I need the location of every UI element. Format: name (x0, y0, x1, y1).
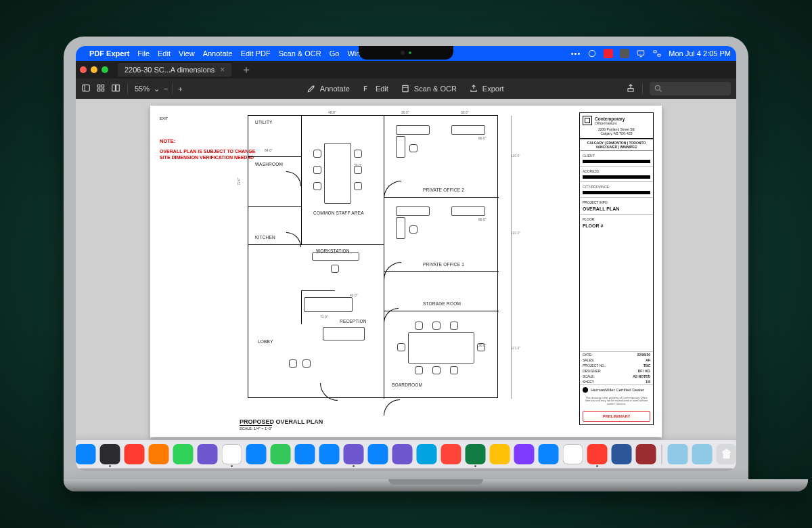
dock-app-icon[interactable] (125, 444, 145, 464)
annotate-button[interactable]: Annotate (304, 83, 353, 95)
dock-folder-icon[interactable] (668, 444, 688, 464)
menubar-item[interactable]: File (137, 49, 150, 58)
dock-app-icon[interactable] (441, 444, 461, 464)
dimension: 30.0" (461, 110, 469, 114)
company-subname: Office Interiors (595, 121, 625, 125)
dock-app-icon[interactable] (636, 444, 656, 464)
dock-app-icon[interactable] (490, 444, 510, 464)
company-cities: CALGARY | EDMONTON | TORONTO VANCOUVER |… (580, 139, 653, 151)
dock-app-icon[interactable] (222, 444, 242, 464)
room-label: UTILITY (255, 120, 273, 125)
new-tab-button[interactable]: ＋ (237, 63, 256, 77)
company-logo-icon (583, 116, 592, 125)
dock-app-icon[interactable] (587, 444, 608, 464)
menubar-item[interactable]: Edit (158, 49, 171, 58)
edit-button[interactable]: Edit (359, 83, 391, 95)
control-center-icon[interactable] (652, 49, 662, 58)
menubar-item[interactable]: View (179, 49, 195, 58)
svg-rect-12 (403, 85, 408, 91)
dock-app-icon[interactable] (368, 444, 388, 464)
dock-app-icon[interactable] (198, 444, 218, 464)
dimension: 36.0" (354, 163, 362, 167)
menubar-tray-icon[interactable] (620, 49, 629, 58)
date-value: 22/06/30 (637, 353, 650, 357)
dock-app-icon[interactable] (344, 444, 364, 464)
share-icon[interactable] (626, 83, 635, 94)
plan-scale-note: SCALE: 1/4" = 1'-0" (240, 425, 272, 431)
zoom-level[interactable]: 55% (135, 85, 150, 93)
svg-rect-13 (628, 89, 633, 92)
company-address-2: Calgary, AB T2G 4Z8 (583, 131, 650, 135)
menubar-item[interactable]: Go (330, 49, 340, 58)
document-tab[interactable]: 2206-30 SC...A dimensions × (118, 63, 231, 76)
dock-app-icon[interactable] (76, 444, 96, 464)
window-fullscreen-button[interactable] (102, 66, 108, 73)
room-label: LOBBY (258, 339, 273, 344)
split-view-icon[interactable] (111, 83, 120, 94)
dimension: 30.0" (401, 110, 409, 114)
laptop-frame: PDF Expert File Edit View Annotate Edit … (64, 37, 748, 491)
svg-rect-1 (638, 51, 644, 55)
project-info-label: PROJECT INFO: (583, 200, 650, 204)
menubar-item[interactable]: Edit PDF (241, 49, 271, 58)
svg-rect-9 (112, 85, 116, 91)
menubar-item[interactable]: Annotate (203, 49, 233, 58)
dock-app-icon[interactable] (295, 444, 315, 464)
scale-label: SCALE: (583, 374, 595, 378)
document-canvas[interactable]: Contemporary Office Interiors 2206 Portl… (76, 99, 736, 471)
svg-rect-5 (97, 85, 100, 87)
dock-app-icon[interactable] (417, 444, 437, 464)
dock-app-icon[interactable] (563, 444, 583, 464)
thumbnails-icon[interactable] (96, 83, 106, 94)
annotate-label: Annotate (320, 85, 350, 93)
tab-close-icon[interactable]: × (220, 65, 225, 74)
cityprov-label: CITY/PROVINCE: (583, 185, 650, 189)
room-label: COMMON STAFF AREA (313, 211, 364, 215)
trash-icon[interactable]: 🗑 (717, 444, 737, 464)
window-minimize-button[interactable] (91, 66, 97, 73)
dock-app-icon[interactable] (392, 444, 413, 464)
menubar-status-icon[interactable] (587, 49, 597, 58)
dock-app-icon[interactable] (514, 444, 535, 464)
room-label: PRIVATE OFFICE 1 (423, 262, 464, 267)
svg-rect-3 (658, 54, 661, 56)
dock-app-icon[interactable] (612, 444, 632, 464)
search-input[interactable] (650, 82, 731, 95)
dock-app-icon[interactable] (466, 444, 486, 464)
dock-folder-icon[interactable] (692, 444, 713, 464)
dock-app-icon[interactable] (246, 444, 267, 464)
plan-title: PROPOSED OVERALL PLAN (240, 418, 323, 425)
dimension: 72.0" (237, 177, 241, 185)
chevron-down-icon[interactable]: ⌄ (154, 85, 160, 93)
scan-ocr-button[interactable]: Scan & OCR (398, 83, 459, 95)
menubar-overflow-icon[interactable]: ••• (571, 49, 581, 58)
menubar-item[interactable]: Scan & OCR (279, 49, 321, 58)
menubar-display-icon[interactable] (636, 49, 646, 58)
export-button[interactable]: Export (466, 83, 507, 95)
sales-value: AF (646, 358, 650, 362)
menubar-clock[interactable]: Mon Jul 4 2:05 PM (669, 49, 731, 58)
dock-app-icon[interactable] (319, 444, 340, 464)
dock-app-icon[interactable] (539, 444, 559, 464)
zoom-in-button[interactable]: ＋ (177, 84, 184, 94)
sidebar-toggle-icon[interactable] (81, 83, 91, 94)
export-label: Export (482, 85, 504, 93)
floor-value: FLOOR # (583, 223, 650, 228)
floor-label: FLOOR: (583, 217, 650, 221)
window-close-button[interactable] (80, 66, 87, 73)
menubar-appname[interactable]: PDF Expert (89, 49, 129, 58)
menubar-record-icon[interactable] (604, 49, 613, 58)
date-label: DATE: (583, 353, 592, 357)
svg-point-14 (655, 85, 660, 90)
dock-app-icon[interactable] (149, 444, 169, 464)
room-label: KITCHEN (255, 235, 275, 240)
dimension: 30.0" (478, 343, 487, 347)
designer-value: DF / KG (638, 369, 650, 373)
dock-app-icon[interactable] (271, 444, 291, 464)
pdf-page: Contemporary Office Interiors 2206 Portl… (150, 106, 662, 437)
project-info: OVERALL PLAN (583, 206, 650, 211)
dock-app-icon[interactable] (100, 444, 120, 464)
dock-app-icon[interactable] (173, 444, 194, 464)
zoom-out-button[interactable]: − (164, 85, 168, 93)
room-label: RECEPTION (340, 319, 367, 324)
